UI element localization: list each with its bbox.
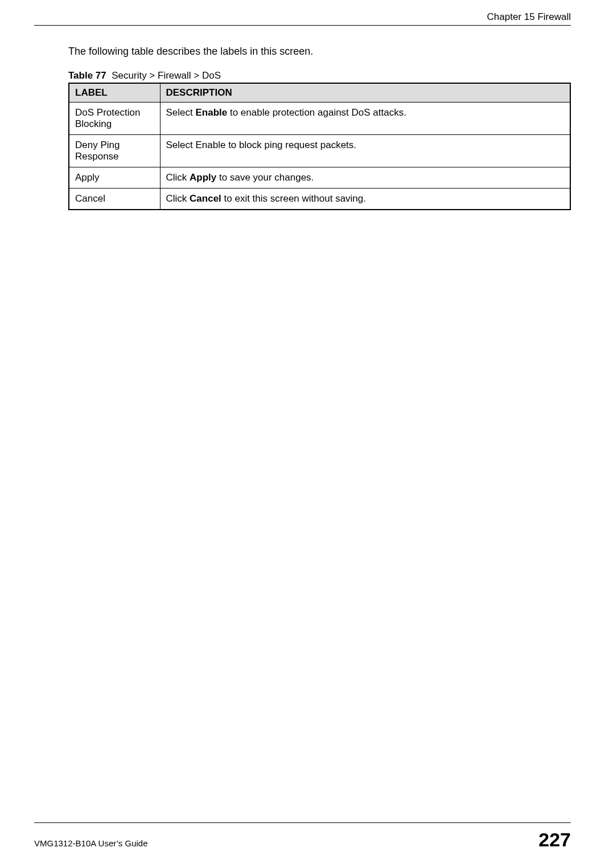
table-title: Security > Firewall > DoS (112, 70, 221, 81)
cell-description: Click Cancel to exit this screen without… (160, 189, 570, 210)
table-row: Deny Ping Response Select Enable to bloc… (69, 135, 570, 167)
table-number: Table 77 (68, 70, 106, 81)
col-header-label: LABEL (69, 83, 160, 103)
page-header: Chapter 15 Firewall (34, 11, 571, 26)
cell-label: Deny Ping Response (69, 135, 160, 167)
cell-description: Select Enable to block ping request pack… (160, 135, 570, 167)
cell-label: Apply (69, 167, 160, 189)
page-container: Chapter 15 Firewall The following table … (0, 0, 605, 868)
page-footer: VMG1312-B10A User’s Guide 227 (34, 822, 571, 851)
table-row: Apply Click Apply to save your changes. (69, 167, 570, 189)
table-caption: Table 77 Security > Firewall > DoS (68, 70, 571, 81)
footer-guide-name: VMG1312-B10A User’s Guide (34, 838, 148, 848)
cell-description: Click Apply to save your changes. (160, 167, 570, 189)
table-row: Cancel Click Cancel to exit this screen … (69, 189, 570, 210)
table-row: DoS Protection Blocking Select Enable to… (69, 103, 570, 135)
intro-paragraph: The following table describes the labels… (68, 46, 571, 58)
cell-label: Cancel (69, 189, 160, 210)
page-number: 227 (538, 829, 571, 851)
col-header-description: DESCRIPTION (160, 83, 570, 103)
table-header-row: LABEL DESCRIPTION (69, 83, 570, 103)
content-area: The following table describes the labels… (34, 46, 571, 822)
cell-label: DoS Protection Blocking (69, 103, 160, 135)
chapter-title: Chapter 15 Firewall (487, 11, 571, 22)
labels-table: LABEL DESCRIPTION DoS Protection Blockin… (68, 83, 571, 210)
cell-description: Select Enable to enable protection again… (160, 103, 570, 135)
